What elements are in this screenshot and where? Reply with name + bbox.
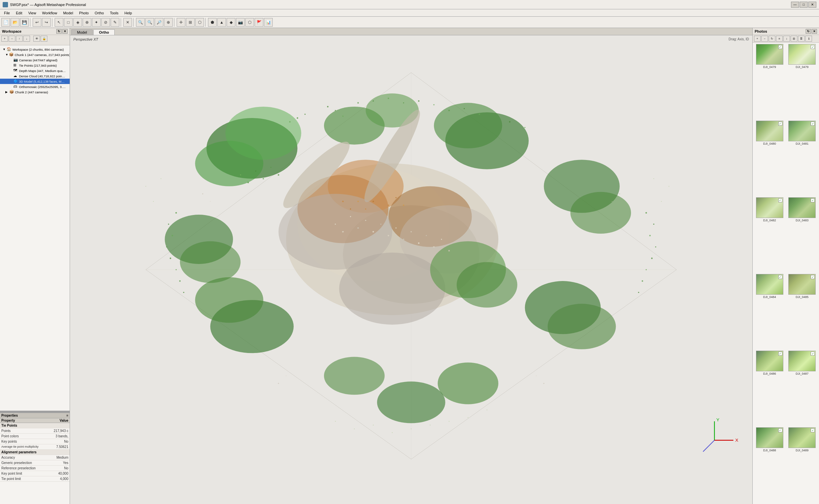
photo-check-0489: ✓: [811, 428, 815, 432]
workspace-refresh-btn[interactable]: ↻: [56, 29, 62, 34]
toolbar-btn-1[interactable]: 📂: [11, 18, 19, 27]
ortho-label: Orthomosaic (25525x25095, 3.27 cm...: [19, 85, 66, 89]
ws-view-btn[interactable]: 👁: [33, 36, 40, 42]
toolbar-btn-15[interactable]: ✕: [123, 18, 132, 27]
photo-item-0485[interactable]: ✓ DJI_0485: [787, 274, 818, 349]
photo-check-0486: ✓: [778, 352, 782, 356]
menu-item-help[interactable]: Help: [122, 10, 135, 16]
photos-sort[interactable]: ↕: [783, 36, 790, 42]
menu-item-view[interactable]: View: [26, 10, 39, 16]
photo-item-0488[interactable]: ✓ DJI_0488: [754, 427, 785, 503]
tree-densecloud[interactable]: ☁ Dense Cloud (40,718,922 points, Me...: [0, 73, 70, 79]
svg-point-66: [649, 235, 651, 236]
photos-grid-view[interactable]: ⊞: [791, 36, 797, 42]
photo-thumb-0479a: ✓: [756, 44, 783, 65]
toolbar-btn-27[interactable]: ▲: [217, 18, 226, 27]
photo-item-0482[interactable]: ✓ DJI_0482: [754, 197, 785, 273]
properties-table: Tie Points Points 217,943 c Point colors…: [0, 423, 70, 482]
photo-item-0484[interactable]: ✓ DJI_0484: [754, 274, 785, 349]
toolbar-btn-26[interactable]: ⬟: [208, 18, 217, 27]
tree-tiepoints[interactable]: ⊞ Tie Points (217,943 points): [0, 63, 70, 68]
ws-down-btn[interactable]: ↓: [23, 36, 30, 42]
toolbar-btn-31[interactable]: 🚩: [255, 18, 263, 27]
tab-model[interactable]: Model: [71, 29, 93, 35]
photos-list-view[interactable]: ≣: [798, 36, 805, 42]
ws-up-btn[interactable]: ↑: [16, 36, 23, 42]
svg-point-118: [354, 428, 355, 429]
photos-refresh-btn[interactable]: ↻: [806, 29, 811, 34]
maximize-button[interactable]: □: [800, 2, 808, 8]
photos-zoom-out[interactable]: −: [761, 36, 768, 42]
photos-rotate[interactable]: ↻: [769, 36, 775, 42]
svg-point-94: [342, 201, 344, 202]
toolbar-btn-4[interactable]: ↩: [33, 18, 41, 27]
menu-item-photo[interactable]: Photo: [76, 10, 91, 16]
photo-item-0480[interactable]: ✓ DJI_0480: [754, 121, 785, 196]
toolbar-btn-0[interactable]: 📄: [1, 18, 10, 27]
ws-lock-btn[interactable]: 🔒: [41, 36, 47, 42]
viewport[interactable]: Perspective XT Drag: Axis, ID: [70, 35, 752, 504]
toolbar-btn-7[interactable]: ↖: [55, 18, 63, 27]
svg-point-69: [646, 269, 647, 270]
properties-panel: Properties ≡ Property Value Tie Points P…: [0, 411, 70, 504]
menu-item-ortho[interactable]: Ortho: [92, 10, 107, 16]
tab-ortho[interactable]: Ortho: [93, 29, 115, 35]
photo-item-0487[interactable]: ✓ DJI_0487: [787, 351, 818, 426]
photo-item-0479b[interactable]: ✓ DJI_0479: [787, 44, 818, 119]
toolbar-btn-28[interactable]: ◆: [227, 18, 235, 27]
tree-ortho[interactable]: 🗃 Orthomosaic (25525x25095, 3.27 cm...: [0, 84, 70, 89]
tree-workspace[interactable]: ▼ 🏠 Workspace (2 chunks, 894 cameras): [0, 47, 70, 52]
close-button[interactable]: ✕: [808, 2, 816, 8]
toolbar-btn-9[interactable]: ◈: [73, 18, 82, 27]
photo-item-0489[interactable]: ✓ DJI_0489: [787, 427, 818, 503]
photo-item-0486[interactable]: ✓ DJI_0486: [754, 351, 785, 426]
photos-close-btn[interactable]: ✕: [812, 29, 817, 34]
toolbar-btn-17[interactable]: 🔍: [136, 18, 145, 27]
svg-point-113: [161, 178, 161, 179]
photo-thumb-0482: ✓: [756, 197, 783, 218]
svg-point-67: [655, 246, 656, 247]
title-bar-controls: — □ ✕: [791, 2, 816, 8]
toolbar-btn-22[interactable]: ✛: [177, 18, 185, 27]
toolbar-btn-13[interactable]: ✎: [111, 18, 119, 27]
photo-item-0483[interactable]: ✓ DJI_0483: [787, 197, 818, 273]
photo-item-0479a[interactable]: ✓ DJI_0479: [754, 44, 785, 119]
toolbar-btn-2[interactable]: 💾: [20, 18, 29, 27]
toolbar-btn-12[interactable]: ⊘: [101, 18, 110, 27]
toolbar-btn-18[interactable]: 🔍: [145, 18, 154, 27]
menu-item-workflow[interactable]: Workflow: [39, 10, 60, 16]
menu-item-model[interactable]: Model: [60, 10, 76, 16]
tree-3dmodel[interactable]: 🔷 3D Model (5,412,138 faces, Medium...: [0, 79, 70, 84]
workspace-close-btn[interactable]: ✕: [62, 29, 68, 34]
toolbar-btn-20[interactable]: ⊕: [164, 18, 173, 27]
menu-item-file[interactable]: File: [1, 10, 13, 16]
svg-point-56: [175, 212, 177, 214]
toolbar-btn-23[interactable]: ⊞: [186, 18, 195, 27]
toolbar-btn-29[interactable]: 📷: [236, 18, 245, 27]
tree-chunk2[interactable]: ▶ 📦 Chunk 2 (447 cameras): [0, 89, 70, 95]
svg-point-121: [411, 428, 411, 429]
ws-remove-btn[interactable]: −: [9, 36, 15, 42]
tree-depthmaps[interactable]: 🗺 Depth Maps (447, Medium quality, fi...: [0, 68, 70, 73]
toolbar-btn-19[interactable]: 🔎: [155, 18, 163, 27]
minimize-button[interactable]: —: [791, 2, 799, 8]
ws-add-btn[interactable]: +: [1, 36, 8, 42]
toolbar-btn-5[interactable]: ↪: [42, 18, 51, 27]
toolbar-btn-30[interactable]: ⬡: [245, 18, 254, 27]
photo-item-0481[interactable]: ✓ DJI_0481: [787, 121, 818, 196]
depthmaps-icon: 🗺: [13, 68, 18, 73]
svg-point-117: [335, 421, 336, 422]
toolbar-btn-8[interactable]: □: [64, 18, 73, 27]
densecloud-arrow: [9, 74, 13, 78]
tree-cameras[interactable]: 📷 Cameras (447/447 aligned): [0, 57, 70, 63]
menu-item-tools[interactable]: Tools: [107, 10, 121, 16]
toolbar-btn-11[interactable]: ✦: [92, 18, 101, 27]
toolbar-btn-10[interactable]: ⊕: [83, 18, 91, 27]
photos-filter[interactable]: ≡: [776, 36, 783, 42]
photos-zoom-in[interactable]: +: [754, 36, 761, 42]
photos-info[interactable]: ℹ: [805, 36, 812, 42]
menu-item-edit[interactable]: Edit: [13, 10, 25, 16]
toolbar-btn-32[interactable]: 📊: [264, 18, 273, 27]
toolbar-btn-24[interactable]: ⬡: [195, 18, 204, 27]
tree-chunk1[interactable]: ▼ 📦 Chunk 1 (447 cameras, 217,943 points…: [0, 52, 70, 57]
